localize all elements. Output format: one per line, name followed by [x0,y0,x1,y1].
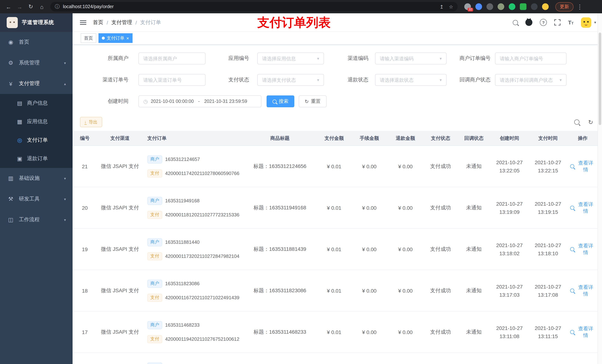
home-icon[interactable] [37,2,47,11]
yellow-face-extension-icon[interactable] [542,3,549,10]
cell-notify-status: 未通知 [458,163,490,170]
blue-drop-extension-icon[interactable] [475,3,482,10]
sidebar-item-pay-order[interactable]: ◎ 支付订单 [0,131,73,149]
sidebar-item-merchant-info[interactable]: ▤ 商户信息 [0,94,73,113]
filter-field[interactable] [257,52,324,64]
sidebar-item-infra[interactable]: ▥ 基础设施 [0,168,73,189]
filter-label: 渠道订单号 [80,77,139,83]
scrollbar-thumb[interactable] [599,32,601,125]
reset-button[interactable]: 重置 [299,95,327,107]
cell-id: 18 [73,288,97,293]
green-check-extension-icon[interactable] [509,3,515,10]
help-icon[interactable]: ? [540,19,547,26]
scrollbar[interactable] [598,13,602,364]
tab-pay-order[interactable]: 支付订单 [98,33,132,43]
pay-tag: 支付 [147,169,162,177]
view-detail-link[interactable]: 查看详情 [570,284,595,297]
address-bar[interactable]: localhost:1024/pay/order [50,2,458,11]
puzzle-extension-icon[interactable]: 10 [464,3,471,10]
olive-extension-icon[interactable] [498,3,504,10]
chevron-down-icon[interactable] [594,20,596,24]
breadcrumb-pay-mgmt[interactable]: 支付管理 [111,19,132,26]
search-button[interactable]: 搜索 [267,95,294,107]
table-toolbar: 导出 [73,117,602,127]
github-icon[interactable] [526,19,533,26]
filter-label: 所属商户 [80,55,139,62]
update-button[interactable]: 更新 [555,2,573,11]
filter-input[interactable] [143,56,201,61]
reload-icon[interactable] [26,2,35,11]
fullscreen-icon[interactable] [554,19,561,26]
sidebar-item-dev-tools[interactable]: ⚒ 研发工具 [0,189,73,209]
filter-input[interactable] [262,56,315,61]
filter-field[interactable] [495,52,567,64]
sidebar-item-workflow[interactable]: ◫ 工作流程 [0,209,73,230]
refresh-table-icon[interactable] [588,119,593,125]
forward-icon[interactable] [15,2,24,11]
sidebar-item-label: 系统管理 [19,60,40,66]
active-dot-icon [102,37,105,40]
date-start-value[interactable]: 2021-10-01 00:00:00 [151,99,194,104]
back-icon[interactable] [4,2,13,11]
date-range-input[interactable]: 2021-10-01 00:00:00 - 2021-10-31 23:59:5… [139,95,261,107]
table-row: 19 微信 JSAPI 支付 商户 1635311881440 支付 42000… [73,229,602,270]
filter-input[interactable] [143,77,201,83]
merchant-order-no: 1635312124657 [165,156,200,162]
green-chat-extension-icon[interactable] [520,3,527,10]
filter-input[interactable] [500,56,562,61]
filter-input[interactable] [380,56,437,61]
filter-field[interactable] [375,52,447,64]
pay-order-line: 支付 4200001174202110278060590766 [147,169,240,177]
table-row: 18 微信 JSAPI 支付 商户 1635311823086 支付 42000… [73,270,602,312]
sidebar-item-app-info[interactable]: ▦ 应用信息 [0,113,73,131]
time-line: 13:19:15 [532,208,564,216]
hamburger-icon[interactable] [80,20,86,25]
sidebar-item-refund-order[interactable]: ▣ 退款订单 [0,149,73,168]
filter-field[interactable] [139,52,205,64]
font-size-icon[interactable] [568,19,573,26]
url-text[interactable]: localhost:1024/pay/order [63,4,114,9]
filter-label: 应用编号 [205,55,257,62]
view-detail-link[interactable]: 查看详情 [570,325,595,339]
cell-create-time: 2021-10-27 13:19:09 [490,199,529,216]
search-toggle-icon[interactable] [574,119,579,125]
browser-menu-icon[interactable] [575,2,585,11]
column-header: 创建时间 [490,135,529,142]
table-header-row: 编号支付渠道支付订单商品标题支付金额手续金额退款金额支付状态回调状态创建时间支付… [73,131,602,146]
sidebar-item-system[interactable]: ⚙ 系统管理 [0,52,73,73]
dark-extension-icon[interactable] [531,3,538,10]
avatar[interactable] [581,17,591,28]
date-end-value[interactable]: 2021-10-31 23:59:59 [204,99,247,104]
breadcrumb-home[interactable]: 首页 [93,19,103,26]
gray-extension-icon[interactable] [486,3,493,10]
filter-label: 创建时间 [80,98,139,105]
view-detail-link[interactable]: 查看详情 [570,201,595,214]
sidebar-item-payment[interactable]: ¥ 支付管理 [0,73,73,94]
filter-field[interactable] [139,74,205,86]
filter-field[interactable] [257,74,324,86]
payment-submenu: ▤ 商户信息 ▦ 应用信息 ◎ 支付订单 ▣ 退款订单 [0,94,73,168]
date-line: 2021-10-27 [532,282,564,291]
search-icon[interactable] [513,20,518,25]
close-icon[interactable] [126,35,129,41]
tab-home[interactable]: 首页 [81,33,96,43]
cell-pay-order: 商户 1635312124657 支付 42000011742021102780… [143,155,243,177]
filter-field[interactable] [375,74,447,86]
filter-field[interactable] [495,74,567,86]
monitor-icon: ▥ [7,175,14,182]
bookmark-star-icon[interactable] [449,4,453,10]
sidebar-item-home[interactable]: ◉ 首页 [0,32,73,52]
magnifier-icon [570,289,574,293]
filter-input[interactable] [380,77,437,83]
workflow-icon: ◫ [7,216,14,223]
view-detail-link[interactable]: 查看详情 [570,160,595,173]
view-detail-link[interactable]: 查看详情 [570,242,595,256]
export-button[interactable]: 导出 [80,117,102,127]
filter-input[interactable] [500,77,557,83]
magnifier-icon [570,206,574,210]
filter-input[interactable] [262,77,315,83]
sidebar-item-label: 应用信息 [27,118,48,125]
site-info-icon[interactable] [55,3,60,10]
share-icon[interactable] [440,4,444,10]
filter-item: 支付状态 [205,74,324,86]
